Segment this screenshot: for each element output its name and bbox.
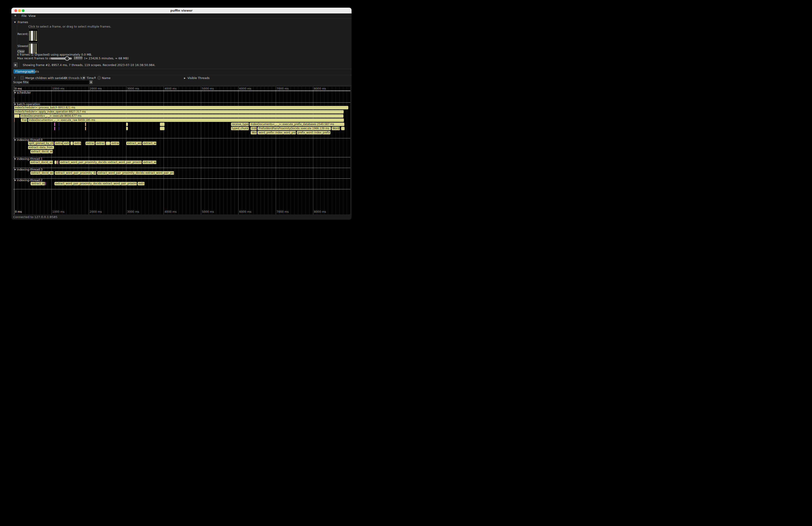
- sort-direction-arrow-icon[interactable]: ⬇: [94, 76, 96, 79]
- flamegraph-span[interactable]: [14, 94, 15, 98]
- flamegraph-span[interactable]: [257, 131, 258, 134]
- radio-sort-time[interactable]: [82, 76, 86, 80]
- flamegraph-span[interactable]: extract: [55, 142, 63, 145]
- axis-tick-label: 8000 ms: [314, 210, 326, 214]
- thread-header-indexing-thread:3[interactable]: ▼ indexing-thread:3: [14, 168, 43, 171]
- frame-bar[interactable]: [33, 44, 35, 54]
- flamegraph-span[interactable]: extract_docid_word: [30, 171, 54, 175]
- flamegraph-span[interactable]: IndexScheduler>::process_batch 8953.821 …: [14, 106, 349, 109]
- frame-bar[interactable]: [35, 44, 37, 54]
- flamegraph-span[interactable]: extract_wo: [143, 161, 157, 164]
- flamegraph-span[interactable]: [160, 122, 165, 126]
- flamegraph-span[interactable]: [54, 127, 55, 130]
- flamegraph-span[interactable]: Word: [251, 131, 257, 134]
- flamegraph-span[interactable]: WordPr: [332, 127, 340, 130]
- flamegraph-span[interactable]: [59, 127, 59, 130]
- recent-frames-thumbnail[interactable]: [28, 29, 38, 42]
- flamegraph-span[interactable]: extra: [63, 142, 70, 145]
- flamegraph-span[interactable]: IndexDocuments<_, _>::execute_prefix_dat…: [250, 122, 344, 126]
- flamegraph-span[interactable]: IndexScheduler>::apply_index_operation 8…: [14, 110, 344, 114]
- flamegraph-span[interactable]: [85, 127, 86, 130]
- visible-threads-toggle[interactable]: ▶ Visible Threads: [184, 76, 209, 80]
- thread-header-indexing-thread:1[interactable]: ▼ indexing-thread:1: [14, 157, 43, 161]
- flamegraph-span[interactable]: extract_doc: [31, 182, 45, 185]
- slowest-frames-thumbnail[interactable]: [28, 43, 38, 54]
- flamegraph-span[interactable]: [85, 122, 86, 126]
- help-button[interactable]: ?: [14, 76, 16, 80]
- scope-filter-input[interactable]: [29, 80, 89, 85]
- flamegraph-span[interactable]: [45, 182, 46, 185]
- slider-knob[interactable]: [65, 56, 69, 61]
- flamegraph-span[interactable]: IndexDocuments<_, _>::execute_raw 8459.1…: [28, 118, 344, 122]
- flamegraph-span[interactable]: [250, 127, 250, 130]
- frame-bar[interactable]: [29, 31, 31, 41]
- flamegraph-span[interactable]: extract_wo: [143, 142, 157, 145]
- max-frames-value[interactable]: 18000: [74, 56, 83, 60]
- frame-bar[interactable]: [31, 44, 33, 54]
- radio-sort-name[interactable]: [97, 76, 101, 80]
- status-text: Connected to 127.0.0.1:8585: [13, 215, 57, 219]
- axis-tick-label: 3000 ms: [127, 87, 139, 90]
- flamegraph-span[interactable]: [14, 114, 20, 118]
- flamegraph-span[interactable]: [59, 122, 59, 126]
- flamegraph-span[interactable]: [106, 142, 110, 145]
- flamegraph-span[interactable]: receive_typed_: [231, 122, 249, 126]
- flamegraph-span[interactable]: [55, 161, 57, 164]
- flamegraph-span[interactable]: [14, 118, 15, 122]
- axis-tick-label: 5000 ms: [202, 210, 214, 214]
- flamegraph-span[interactable]: extract_: [86, 142, 95, 145]
- play-button[interactable]: ▶: [13, 62, 18, 68]
- flamegraph-span[interactable]: extract_word: [126, 142, 142, 145]
- frame-bar[interactable]: [33, 31, 35, 41]
- flamegraph-span[interactable]: [257, 127, 258, 130]
- thread-header-indexing-thread:2[interactable]: ▼ indexing-thread:2: [14, 178, 43, 182]
- menu-item-view[interactable]: View: [29, 14, 36, 18]
- frame-bar[interactable]: [29, 44, 31, 54]
- section-separator: [13, 102, 350, 103]
- flamegraph-span[interactable]: extract: [111, 142, 119, 145]
- flamegraph-canvas[interactable]: 0 ms0 ms1000 ms1000 ms2000 ms2000 ms3000…: [13, 86, 351, 215]
- flamegraph-span[interactable]: extrac: [137, 182, 145, 185]
- titlebar: puffin viewer: [11, 8, 351, 13]
- flamegraph-span[interactable]: extract::data_from_ob: [28, 146, 54, 149]
- merge-checkbox[interactable]: [20, 76, 24, 80]
- flamegraph-span[interactable]: split_grenad_by_chun: [28, 142, 54, 145]
- flamegraph-span[interactable]: [126, 122, 128, 126]
- flamegraph-span[interactable]: [126, 127, 128, 130]
- flamegraph-span[interactable]: prefix_word::index_prefix_wo: [297, 131, 331, 134]
- flamegraph-span[interactable]: PrefixWordPairsProximityDocids::execute …: [258, 127, 331, 130]
- flamegraph-span[interactable]: extract_docid_word: [30, 161, 53, 164]
- frame-bar[interactable]: [35, 31, 37, 41]
- frames-section-header[interactable]: ▼ Frames: [14, 20, 28, 24]
- flamegraph-span[interactable]: [54, 142, 54, 145]
- flamegraph-span[interactable]: [341, 127, 345, 130]
- flamegraph-span[interactable]: extract_: [96, 142, 105, 145]
- slowest-label: Slowest:: [17, 44, 30, 48]
- frame-bar[interactable]: [31, 31, 33, 41]
- flamegraph-span[interactable]: word_prefix::index_word_prefix_: [258, 131, 296, 134]
- flamegraph-span[interactable]: [160, 127, 165, 130]
- thread-header-scheduler[interactable]: ▼ scheduler: [14, 91, 31, 94]
- flamegraph-span[interactable]: extrac: [73, 142, 81, 145]
- menu-item-file[interactable]: File: [21, 14, 27, 18]
- clear-filter-button[interactable]: x: [89, 80, 93, 84]
- flamegraph-span[interactable]: [57, 161, 58, 164]
- flamegraph-span[interactable]: extract_word_pair_proximity_docids::extr…: [60, 161, 142, 164]
- flamegraph-span[interactable]: extract_word_pair_proximity_docids::extr…: [97, 171, 174, 175]
- thread-header-batch-operation[interactable]: ▼ batch-operation: [14, 102, 40, 106]
- flamegraph-span[interactable]: extract_word_pair_proximity_docids::extr…: [55, 182, 137, 185]
- flamegraph-span[interactable]: extract_docid_word: [30, 150, 53, 154]
- theme-toggle-sun-icon[interactable]: ☀: [14, 14, 17, 17]
- tab-stats[interactable]: Stats: [30, 69, 40, 74]
- thread-header-indexing-thread:0[interactable]: ▼ indexing-thread:0: [14, 138, 43, 142]
- sort-name-label: Name: [102, 76, 111, 80]
- flamegraph-span[interactable]: index: [251, 127, 257, 130]
- flamegraph-span[interactable]: [54, 122, 55, 126]
- flamegraph-span[interactable]: typed_chunk::w: [231, 127, 249, 130]
- axis-tick-label: 4000 ms: [164, 210, 177, 214]
- flamegraph-span[interactable]: [70, 142, 73, 145]
- flamegraph-span[interactable]: IndexDocuments<_, _>::execute 8656.677 m…: [20, 114, 344, 118]
- flamegraph-span[interactable]: Trans: [21, 118, 28, 122]
- frames-summary: 4 frames (1 unpacked) using approximatel…: [17, 53, 92, 56]
- flamegraph-span[interactable]: extract_word_pair_proximity_docids: [55, 171, 97, 175]
